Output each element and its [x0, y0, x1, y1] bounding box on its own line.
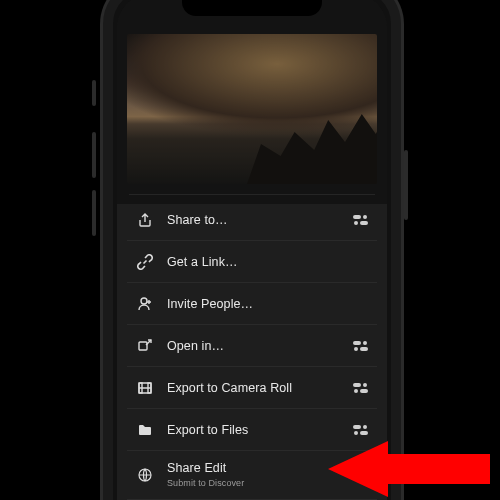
menu-item-get-link[interactable]: Get a Link… — [127, 240, 377, 282]
menu-item-export-files[interactable]: Export to Files — [127, 408, 377, 450]
mountain-silhouette — [247, 84, 377, 184]
menu-label: Invite People… — [157, 297, 371, 311]
callout-arrow — [388, 454, 490, 484]
sheet-divider — [129, 194, 375, 195]
svg-point-2 — [354, 221, 358, 225]
options-icon[interactable] — [353, 214, 371, 226]
share-icon — [133, 212, 157, 228]
svg-rect-6 — [353, 341, 361, 345]
menu-label: Share to… — [157, 213, 353, 227]
camera-roll-icon — [133, 380, 157, 396]
phone-volume-down — [92, 190, 96, 236]
phone-volume-up — [92, 132, 96, 178]
phone-screen: Share to… Get a Link… — [117, 0, 387, 500]
open-in-icon — [133, 338, 157, 354]
menu-label: Open in… — [157, 339, 353, 353]
svg-point-7 — [363, 341, 367, 345]
svg-rect-9 — [360, 347, 368, 351]
svg-rect-13 — [353, 383, 361, 387]
svg-point-8 — [354, 347, 358, 351]
menu-item-share-edit[interactable]: Share Edit Submit to Discover — [127, 450, 377, 499]
invite-people-icon — [133, 296, 157, 312]
photo-preview — [117, 0, 387, 204]
phone-mute-switch — [92, 80, 96, 106]
svg-point-19 — [354, 431, 358, 435]
link-icon — [133, 254, 157, 270]
phone-notch — [182, 0, 322, 16]
menu-label: Export to Camera Roll — [157, 381, 353, 395]
menu-sub: Submit to Discover — [167, 476, 371, 490]
menu-title: Share Edit — [167, 461, 226, 475]
svg-point-1 — [363, 215, 367, 219]
menu-label: Export to Files — [157, 423, 353, 437]
globe-icon — [133, 467, 157, 483]
svg-rect-3 — [360, 221, 368, 225]
folder-icon — [133, 422, 157, 438]
menu-item-export-camera-roll[interactable]: Export to Camera Roll — [127, 366, 377, 408]
svg-rect-16 — [360, 389, 368, 393]
svg-rect-20 — [360, 431, 368, 435]
svg-rect-17 — [353, 425, 361, 429]
svg-point-15 — [354, 389, 358, 393]
svg-rect-0 — [353, 215, 361, 219]
share-sheet: Share to… Get a Link… — [117, 199, 387, 500]
svg-point-14 — [363, 383, 367, 387]
menu-label: Share Edit Submit to Discover — [157, 461, 371, 490]
menu-label: Get a Link… — [157, 255, 371, 269]
phone-frame: Share to… Get a Link… — [103, 0, 401, 500]
svg-rect-5 — [139, 342, 147, 350]
menu-item-open-in[interactable]: Open in… — [127, 324, 377, 366]
landscape-photo — [127, 34, 377, 184]
menu-item-invite-people[interactable]: Invite People… — [127, 282, 377, 324]
options-icon[interactable] — [353, 340, 371, 352]
svg-point-18 — [363, 425, 367, 429]
options-icon[interactable] — [353, 382, 371, 394]
options-icon[interactable] — [353, 424, 371, 436]
menu-item-share-to[interactable]: Share to… — [127, 199, 377, 240]
phone-side-button — [404, 150, 408, 220]
svg-point-4 — [141, 298, 147, 304]
